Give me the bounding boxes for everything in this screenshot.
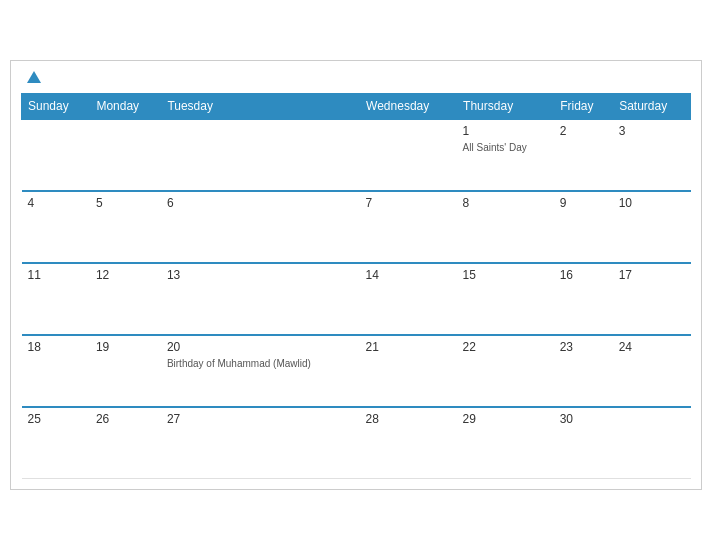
calendar-cell <box>613 407 691 479</box>
weekday-header-friday: Friday <box>554 93 613 119</box>
holiday-text: All Saints' Day <box>463 142 527 153</box>
day-number: 5 <box>96 196 155 210</box>
weekday-header-monday: Monday <box>90 93 161 119</box>
calendar-grid: SundayMondayTuesdayWednesdayThursdayFrid… <box>21 93 691 480</box>
weekday-header-tuesday: Tuesday <box>161 93 360 119</box>
calendar-cell: 18 <box>22 335 90 407</box>
day-number: 19 <box>96 340 155 354</box>
calendar-cell: 2 <box>554 119 613 191</box>
calendar-cell <box>90 119 161 191</box>
calendar-cell: 28 <box>360 407 457 479</box>
calendar-cell: 23 <box>554 335 613 407</box>
logo <box>25 71 43 83</box>
calendar-cell <box>161 119 360 191</box>
calendar-container: SundayMondayTuesdayWednesdayThursdayFrid… <box>10 60 702 491</box>
day-number: 26 <box>96 412 155 426</box>
logo-triangle-icon <box>27 71 41 83</box>
calendar-cell: 15 <box>457 263 554 335</box>
calendar-cell: 21 <box>360 335 457 407</box>
day-number: 27 <box>167 412 354 426</box>
weekday-header-saturday: Saturday <box>613 93 691 119</box>
weekday-header-wednesday: Wednesday <box>360 93 457 119</box>
day-number: 13 <box>167 268 354 282</box>
week-row-2: 11121314151617 <box>22 263 691 335</box>
calendar-thead: SundayMondayTuesdayWednesdayThursdayFrid… <box>22 93 691 119</box>
day-number: 17 <box>619 268 685 282</box>
calendar-cell: 20Birthday of Muhammad (Mawlid) <box>161 335 360 407</box>
week-row-4: 252627282930 <box>22 407 691 479</box>
day-number: 21 <box>366 340 451 354</box>
calendar-cell: 9 <box>554 191 613 263</box>
calendar-body: 1All Saints' Day234567891011121314151617… <box>22 119 691 479</box>
calendar-cell: 12 <box>90 263 161 335</box>
weekday-header-sunday: Sunday <box>22 93 90 119</box>
day-number: 24 <box>619 340 685 354</box>
day-number: 11 <box>28 268 84 282</box>
day-number: 16 <box>560 268 607 282</box>
day-number: 15 <box>463 268 548 282</box>
calendar-cell: 6 <box>161 191 360 263</box>
calendar-header <box>21 71 691 83</box>
weekday-header-row: SundayMondayTuesdayWednesdayThursdayFrid… <box>22 93 691 119</box>
calendar-cell: 22 <box>457 335 554 407</box>
day-number: 29 <box>463 412 548 426</box>
day-number: 28 <box>366 412 451 426</box>
day-number: 4 <box>28 196 84 210</box>
day-number: 18 <box>28 340 84 354</box>
day-number: 14 <box>366 268 451 282</box>
day-number: 22 <box>463 340 548 354</box>
calendar-cell: 17 <box>613 263 691 335</box>
calendar-cell: 5 <box>90 191 161 263</box>
week-row-1: 45678910 <box>22 191 691 263</box>
calendar-cell: 14 <box>360 263 457 335</box>
calendar-cell: 11 <box>22 263 90 335</box>
calendar-cell: 3 <box>613 119 691 191</box>
calendar-cell: 24 <box>613 335 691 407</box>
day-number: 1 <box>463 124 548 138</box>
day-number: 30 <box>560 412 607 426</box>
calendar-cell: 27 <box>161 407 360 479</box>
weekday-header-thursday: Thursday <box>457 93 554 119</box>
day-number: 25 <box>28 412 84 426</box>
day-number: 23 <box>560 340 607 354</box>
calendar-cell: 1All Saints' Day <box>457 119 554 191</box>
calendar-cell: 4 <box>22 191 90 263</box>
day-number: 20 <box>167 340 354 354</box>
day-number: 8 <box>463 196 548 210</box>
calendar-cell: 29 <box>457 407 554 479</box>
week-row-3: 181920Birthday of Muhammad (Mawlid)21222… <box>22 335 691 407</box>
day-number: 3 <box>619 124 685 138</box>
calendar-cell: 10 <box>613 191 691 263</box>
day-number: 10 <box>619 196 685 210</box>
calendar-cell <box>22 119 90 191</box>
calendar-cell: 16 <box>554 263 613 335</box>
calendar-cell: 7 <box>360 191 457 263</box>
day-number: 6 <box>167 196 354 210</box>
calendar-cell: 25 <box>22 407 90 479</box>
holiday-text: Birthday of Muhammad (Mawlid) <box>167 358 311 369</box>
day-number: 12 <box>96 268 155 282</box>
calendar-cell: 19 <box>90 335 161 407</box>
day-number: 2 <box>560 124 607 138</box>
day-number: 9 <box>560 196 607 210</box>
calendar-cell: 13 <box>161 263 360 335</box>
calendar-cell <box>360 119 457 191</box>
calendar-cell: 30 <box>554 407 613 479</box>
day-number: 7 <box>366 196 451 210</box>
calendar-cell: 26 <box>90 407 161 479</box>
calendar-cell: 8 <box>457 191 554 263</box>
week-row-0: 1All Saints' Day23 <box>22 119 691 191</box>
